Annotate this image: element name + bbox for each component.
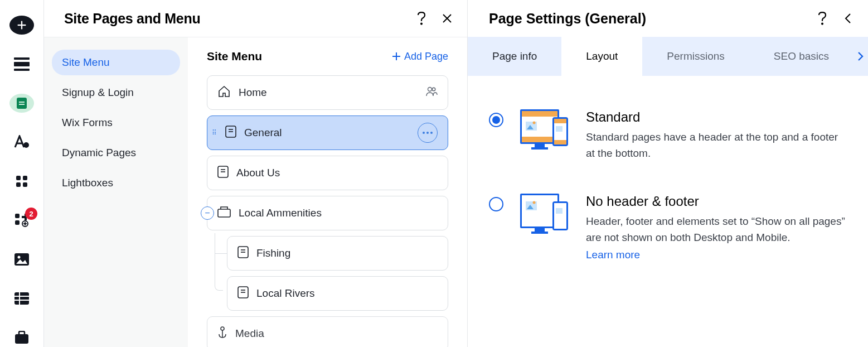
layout-option-standard[interactable]: Standard Standard pages have a header at… (489, 109, 847, 161)
tab-seo-basics[interactable]: SEO basics (749, 37, 854, 76)
svg-rect-57 (531, 147, 548, 150)
chevron-left-icon (844, 13, 852, 24)
svg-rect-51 (522, 111, 557, 117)
category-dynamic-pages[interactable]: Dynamic Pages (52, 140, 180, 166)
svg-rect-13 (15, 214, 20, 218)
page-item-general[interactable]: ⠿ General (207, 115, 448, 150)
svg-rect-61 (554, 140, 566, 144)
category-site-menu[interactable]: Site Menu (52, 50, 180, 75)
page-item-local-ammenities[interactable]: − Local Ammenities (207, 196, 448, 230)
learn-more-link[interactable]: Learn more (586, 249, 640, 261)
svg-rect-72 (556, 208, 562, 214)
plus-icon (392, 52, 401, 61)
svg-rect-56 (535, 144, 545, 147)
page-label: About Us (236, 167, 438, 179)
svg-rect-18 (14, 292, 29, 305)
page-label: Local Rivers (256, 287, 438, 300)
help-button[interactable] (414, 11, 429, 26)
anchor-icon (217, 326, 227, 341)
tabs-scroll-right[interactable] (854, 37, 868, 76)
plus-icon (16, 19, 28, 31)
chevron-right-icon (857, 51, 864, 61)
page-icon (237, 246, 249, 261)
page-item-local-rivers[interactable]: Local Rivers (227, 276, 448, 311)
back-button[interactable] (840, 11, 856, 26)
radio-no-header-footer[interactable] (489, 197, 503, 211)
section-button[interactable] (9, 55, 34, 74)
standard-layout-icon (518, 109, 571, 157)
layout-option-no-header-footer[interactable]: No header & footer Header, footer and el… (489, 194, 847, 261)
business-button[interactable] (9, 328, 34, 347)
settings-tabs: Page info Layout Permissions SEO basics (468, 37, 868, 76)
left-toolbar: 2 (0, 0, 43, 347)
svg-point-48 (822, 23, 823, 25)
pages-button[interactable] (9, 94, 34, 113)
svg-rect-4 (14, 69, 30, 71)
collapse-button[interactable]: − (201, 206, 214, 220)
site-pages-panel: Site Pages and Menu Site Menu Signup & L… (43, 0, 467, 347)
theme-button[interactable] (9, 133, 34, 152)
panel2-title: Page Settings (General) (489, 11, 804, 27)
store-button[interactable]: 2 (9, 211, 34, 230)
close-button[interactable] (439, 11, 455, 26)
help-button[interactable] (814, 11, 830, 26)
apps-icon (15, 175, 28, 188)
folder-icon (217, 206, 231, 221)
media-button[interactable] (9, 250, 34, 269)
panel1-header: Site Pages and Menu (44, 0, 467, 37)
svg-rect-7 (19, 104, 25, 105)
svg-rect-68 (535, 228, 545, 232)
table-icon (14, 292, 29, 305)
section-icon (14, 57, 30, 71)
dots-icon (423, 132, 433, 134)
no-header-footer-layout-icon (518, 194, 571, 242)
add-button[interactable] (9, 16, 34, 35)
svg-point-55 (533, 122, 536, 124)
svg-rect-64 (522, 195, 557, 226)
close-icon (442, 13, 452, 23)
svg-rect-10 (23, 176, 27, 180)
tab-layout[interactable]: Layout (561, 37, 642, 76)
svg-rect-22 (15, 334, 28, 344)
panel2-header: Page Settings (General) (468, 0, 868, 37)
data-button[interactable] (9, 289, 34, 308)
page-item-media[interactable]: Media (207, 316, 448, 347)
page-icon (237, 286, 249, 301)
option-title: No header & footer (586, 194, 847, 209)
tab-permissions[interactable]: Permissions (642, 37, 749, 76)
category-lightboxes[interactable]: Lightboxes (52, 170, 180, 196)
svg-rect-14 (15, 220, 20, 225)
radio-standard[interactable] (489, 113, 503, 127)
category-wix-forms[interactable]: Wix Forms (52, 110, 180, 136)
svg-rect-69 (531, 232, 548, 234)
svg-rect-60 (554, 119, 566, 123)
page-label: Fishing (256, 247, 438, 259)
page-icon (217, 166, 229, 181)
category-signup-login[interactable]: Signup & Login (52, 80, 180, 105)
page-item-about-us[interactable]: About Us (207, 156, 448, 190)
page-item-home[interactable]: Home (207, 75, 448, 110)
add-page-button[interactable]: Add Page (392, 51, 448, 62)
svg-rect-11 (16, 182, 21, 187)
image-icon (14, 253, 29, 266)
help-icon (416, 12, 426, 25)
page-label: Local Ammenities (239, 207, 438, 219)
svg-point-29 (432, 88, 435, 91)
page-item-fishing[interactable]: Fishing (227, 236, 448, 271)
svg-rect-9 (16, 176, 21, 180)
drag-handle-icon[interactable]: ⠿ (212, 129, 217, 137)
page-settings-panel: Page Settings (General) Page info Layout… (467, 0, 868, 347)
members-icon (425, 86, 438, 99)
option-description: Header, footer and elements set to “Show… (586, 214, 847, 245)
page-actions-button[interactable] (418, 123, 438, 143)
svg-rect-71 (554, 203, 566, 229)
apps-button[interactable] (9, 172, 34, 191)
page-label: Home (239, 86, 418, 99)
briefcase-icon (14, 331, 29, 344)
svg-rect-12 (23, 182, 27, 187)
category-list: Site Menu Signup & Login Wix Forms Dynam… (44, 37, 188, 347)
help-icon (817, 12, 827, 25)
add-page-label: Add Page (404, 51, 448, 62)
svg-rect-2 (14, 57, 30, 60)
tab-page-info[interactable]: Page info (468, 37, 561, 76)
